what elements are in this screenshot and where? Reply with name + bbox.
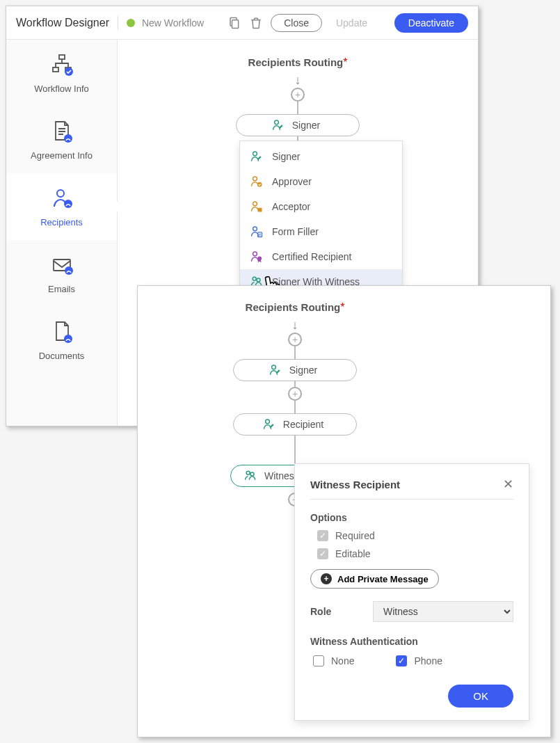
add-private-message-button[interactable]: + Add Private Message [310, 569, 439, 589]
status-dot-icon [127, 19, 135, 27]
sidebar-item-label: Agreement Info [31, 150, 93, 161]
workflow-info-icon [49, 52, 74, 79]
sidebar-item-agreement-info[interactable]: Agreement Info [6, 106, 117, 173]
auth-label: Witness Authentication [310, 636, 513, 647]
role-label: Role [310, 606, 352, 617]
svg-point-14 [253, 177, 257, 181]
node-label: Signer [292, 120, 320, 131]
checkbox-icon: ✓ [317, 548, 328, 559]
app-title: Workflow Designer [16, 17, 109, 29]
checkbox-label: Editable [335, 548, 371, 559]
svg-point-7 [57, 190, 64, 197]
sidebar-item-recipients[interactable]: Recipients [6, 173, 117, 240]
update-button[interactable]: Update [329, 15, 374, 31]
status-text: New Workflow [142, 17, 204, 29]
options-label: Options [310, 512, 513, 523]
svg-point-16 [253, 202, 257, 206]
dropdown-item-label: Form Filler [272, 226, 319, 237]
dropdown-item-form-filler[interactable]: Form Filler [240, 219, 402, 244]
arrow-down-icon: ↓ [292, 318, 298, 333]
dropdown-item-approver[interactable]: Approver [240, 169, 402, 194]
required-checkbox-row[interactable]: ✓ Required [317, 530, 513, 541]
panel-title: Witness Recipient [310, 479, 400, 490]
svg-point-21 [257, 257, 262, 261]
dropdown-item-signer[interactable]: Signer [240, 144, 402, 169]
close-button[interactable]: Close [271, 14, 322, 32]
dropdown-item-acceptor[interactable]: Acceptor [240, 194, 402, 219]
svg-point-13 [253, 152, 257, 156]
close-icon[interactable]: ✕ [503, 477, 513, 492]
svg-point-27 [250, 472, 254, 476]
sidebar-item-documents[interactable]: Documents [6, 307, 117, 374]
sidebar-item-label: Workflow Info [34, 83, 89, 94]
agreement-info-icon [49, 119, 74, 146]
recipients-icon [49, 186, 74, 213]
sidebar-item-label: Emails [48, 284, 75, 294]
ok-button[interactable]: OK [448, 685, 513, 708]
required-star: * [340, 301, 344, 313]
node-label: Signer [289, 365, 317, 376]
svg-rect-17 [258, 208, 262, 212]
copy-icon[interactable] [226, 15, 241, 31]
svg-point-23 [257, 278, 260, 282]
workflow-designer-window-2: Recipients Routing* ↓ + Signer + Recipie… [137, 285, 551, 737]
arrow-down-icon: ↓ [295, 73, 301, 88]
svg-point-20 [253, 252, 257, 256]
header-bar: Workflow Designer New Workflow Close Upd… [6, 6, 478, 40]
svg-rect-2 [59, 55, 65, 59]
required-star: * [343, 56, 347, 68]
routing-title: Recipients Routing [248, 56, 344, 68]
svg-point-24 [271, 365, 275, 369]
sidebar-item-label: Recipients [40, 217, 83, 227]
sidebar-item-label: Documents [39, 351, 85, 361]
editable-checkbox-row[interactable]: ✓ Editable [317, 548, 513, 559]
svg-point-15 [257, 182, 262, 187]
sidebar-item-workflow-info[interactable]: Workflow Info [6, 40, 117, 106]
documents-icon [49, 319, 74, 346]
add-node-button[interactable]: + [288, 333, 302, 346]
dropdown-item-label: Approver [272, 176, 312, 187]
dropdown-item-label: Certified Recipient [272, 251, 351, 262]
recipient-node[interactable]: Recipient [233, 413, 357, 436]
svg-rect-3 [53, 67, 58, 72]
witness-properties-panel: Witness Recipient ✕ Options ✓ Required ✓… [294, 463, 529, 721]
add-private-label: Add Private Message [337, 574, 429, 584]
dropdown-item-label: Signer [272, 151, 300, 162]
svg-point-22 [253, 277, 256, 280]
auth-phone-checkbox[interactable]: ✓ Phone [396, 655, 442, 666]
sidebar: Workflow Info Agreement Info Recipients … [6, 40, 118, 426]
signer-node[interactable]: Signer [236, 114, 360, 136]
auth-none-checkbox[interactable]: None [313, 655, 354, 666]
deactivate-button[interactable]: Deactivate [394, 13, 468, 33]
svg-rect-1 [232, 19, 239, 28]
add-node-button[interactable]: + [291, 88, 305, 102]
recipient-type-dropdown: Signer Approver Acceptor Form Filler Cer… [239, 141, 403, 298]
dropdown-item-label: Acceptor [272, 201, 310, 212]
emails-icon [49, 253, 74, 280]
plus-icon: + [321, 573, 332, 584]
checkbox-label: Required [335, 530, 375, 541]
svg-point-18 [253, 227, 257, 231]
checkbox-icon: ✓ [396, 655, 407, 666]
node-label: Recipient [283, 419, 323, 430]
checkbox-icon [313, 655, 324, 666]
role-select[interactable]: Witness [373, 601, 513, 622]
dropdown-item-certified[interactable]: Certified Recipient [240, 244, 402, 269]
signer-node-2[interactable]: Signer [233, 359, 357, 381]
svg-point-12 [274, 120, 278, 125]
trash-icon[interactable] [248, 15, 264, 31]
checkbox-label: Phone [414, 655, 442, 666]
checkbox-label: None [331, 655, 354, 666]
checkbox-icon: ✓ [317, 530, 328, 541]
svg-point-25 [265, 420, 269, 424]
separator [118, 16, 118, 30]
sidebar-item-emails[interactable]: Emails [6, 240, 117, 307]
routing-title-2: Recipients Routing [246, 301, 341, 313]
svg-point-26 [246, 471, 250, 474]
add-node-button[interactable]: + [288, 387, 302, 401]
